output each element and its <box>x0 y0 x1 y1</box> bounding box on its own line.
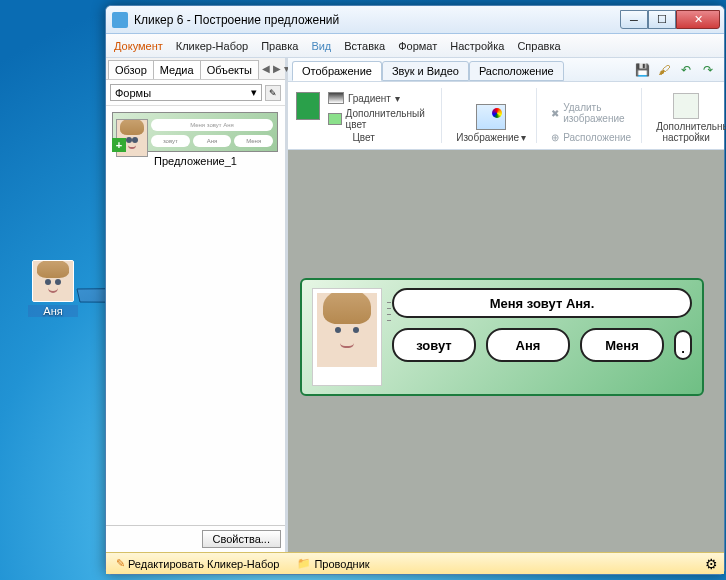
forms-properties-icon[interactable]: ✎ <box>265 85 281 101</box>
menu-settings[interactable]: Настройка <box>450 40 504 52</box>
ribbon-tab-placement[interactable]: Расположение <box>469 61 564 81</box>
app-window: Кликер 6 - Построение предложений ─ ☐ ✕ … <box>105 5 725 575</box>
desktop-icon-label: Аня <box>28 305 78 317</box>
period-chip[interactable]: . <box>674 330 692 360</box>
chevron-down-icon[interactable]: ▾ <box>521 132 526 143</box>
canvas[interactable]: Меня зовут Аня. зовут Аня Меня . <box>288 150 724 552</box>
thumb-chip: Меня <box>234 135 273 147</box>
color-group-label: Цвет <box>352 132 374 143</box>
status-edit-mode[interactable]: ✎ Редактировать Кликер-Набор <box>112 557 283 570</box>
thumb-sentence: Меня зовут Аня <box>151 119 273 131</box>
add-color-swatch-icon <box>328 113 342 125</box>
add-slide-icon[interactable]: + <box>112 138 126 152</box>
chevron-down-icon: ▾ <box>395 93 400 104</box>
close-button[interactable]: ✕ <box>676 10 720 29</box>
menu-document[interactable]: Документ <box>114 40 163 52</box>
sentence-card[interactable]: Меня зовут Аня. зовут Аня Меня . <box>300 278 704 396</box>
delete-image-icon: ✖ <box>551 108 559 119</box>
slide-thumbnail[interactable]: Меня зовут Аня зовут Аня Меня + <box>112 112 278 152</box>
menu-clicker-set[interactable]: Кликер-Набор <box>176 40 248 52</box>
properties-button[interactable]: Свойства... <box>202 530 281 548</box>
placement-label: Расположение <box>563 132 631 143</box>
left-tabstrip: Обзор Медиа Объекты ◀ ▶ ▾ <box>106 58 285 80</box>
ribbon-group-extra: Дополнительные настройки <box>656 88 716 143</box>
window-title: Кликер 6 - Построение предложений <box>134 13 620 27</box>
card-photo[interactable] <box>312 288 382 386</box>
image-icon[interactable] <box>476 104 506 130</box>
nav-prev-icon[interactable]: ◀ <box>262 63 270 74</box>
ribbon-tab-display[interactable]: Отображение <box>292 61 382 81</box>
chevron-down-icon: ▾ <box>251 86 257 99</box>
minimize-button[interactable]: ─ <box>620 10 648 29</box>
tab-overview[interactable]: Обзор <box>108 60 154 79</box>
status-explorer-label: Проводник <box>314 558 369 570</box>
right-pane: Отображение Звук и Видео Расположение 💾 … <box>288 58 724 552</box>
image-group-label: Изображение <box>456 132 519 143</box>
pencil-icon: ✎ <box>116 557 125 570</box>
menu-format[interactable]: Формат <box>398 40 437 52</box>
undo-icon[interactable]: ↶ <box>678 62 694 78</box>
menu-insert[interactable]: Вставка <box>344 40 385 52</box>
menu-view[interactable]: Вид <box>311 40 331 52</box>
paint-icon[interactable]: 🖌 <box>656 62 672 78</box>
titlebar[interactable]: Кликер 6 - Построение предложений ─ ☐ ✕ <box>106 6 724 34</box>
delete-image-button[interactable]: ✖ Удалить изображение <box>551 102 631 124</box>
delete-image-label: Удалить изображение <box>563 102 631 124</box>
color-swatch[interactable] <box>296 92 320 120</box>
pane-resizer[interactable] <box>386 66 392 532</box>
status-edit-label: Редактировать Кликер-Набор <box>128 558 279 570</box>
tab-objects[interactable]: Объекты <box>200 60 259 79</box>
ribbon-tab-sound-video[interactable]: Звук и Видео <box>382 61 469 81</box>
desktop-icon-thumb <box>32 260 74 302</box>
redo-icon[interactable]: ↷ <box>700 62 716 78</box>
card-face <box>317 293 377 367</box>
word-chip[interactable]: Меня <box>580 328 664 362</box>
menu-help[interactable]: Справка <box>517 40 560 52</box>
placement-icon: ⊕ <box>551 132 559 143</box>
word-chip[interactable]: зовут <box>392 328 476 362</box>
app-icon <box>112 12 128 28</box>
menu-edit[interactable]: Правка <box>261 40 298 52</box>
ribbon-group-color: Градиент▾ Дополнительный цвет Цвет <box>296 88 442 143</box>
folder-icon: 📁 <box>297 557 311 570</box>
gradient-label: Градиент <box>348 93 391 104</box>
thumb-chip: Аня <box>193 135 232 147</box>
left-pane: Обзор Медиа Объекты ◀ ▶ ▾ Формы ▾ ✎ <box>106 58 288 552</box>
forms-dropdown-label: Формы <box>115 87 151 99</box>
gear-icon[interactable]: ⚙ <box>705 556 718 572</box>
extra-settings-label: Дополнительные настройки <box>656 121 716 143</box>
statusbar: ✎ Редактировать Кликер-Набор 📁 Проводник… <box>106 552 724 574</box>
gradient-swatch-icon <box>328 92 344 104</box>
placement-button[interactable]: ⊕ Расположение <box>551 132 631 143</box>
nav-next-icon[interactable]: ▶ <box>273 63 281 74</box>
sentence-bubble[interactable]: Меня зовут Аня. <box>392 288 692 318</box>
status-explorer[interactable]: 📁 Проводник <box>293 557 373 570</box>
additional-color-option[interactable]: Дополнительный цвет <box>328 108 431 130</box>
forms-dropdown[interactable]: Формы ▾ <box>110 84 262 101</box>
thumbnails-area: Меня зовут Аня зовут Аня Меня + Предложе… <box>106 106 285 525</box>
desktop-icon-anya[interactable]: Аня <box>28 260 78 317</box>
menubar: Документ Кликер-Набор Правка Вид Вставка… <box>106 34 724 58</box>
ribbon-group-image: Изображение ▾ <box>456 88 537 143</box>
tab-media[interactable]: Медиа <box>153 60 201 79</box>
gradient-option[interactable]: Градиент▾ <box>328 92 431 104</box>
ribbon: Градиент▾ Дополнительный цвет Цвет <box>288 82 724 150</box>
maximize-button[interactable]: ☐ <box>648 10 676 29</box>
thumb-chip: зовут <box>151 135 190 147</box>
ribbon-group-image-ops: ✖ Удалить изображение ⊕ Расположение <box>551 88 642 143</box>
word-chip[interactable]: Аня <box>486 328 570 362</box>
save-icon[interactable]: 💾 <box>634 62 650 78</box>
extra-settings-icon[interactable] <box>673 93 699 119</box>
